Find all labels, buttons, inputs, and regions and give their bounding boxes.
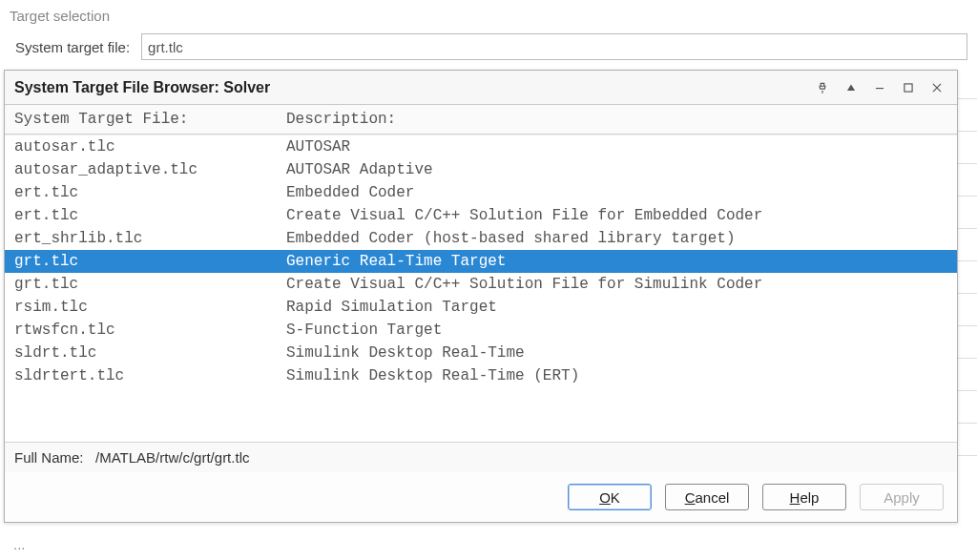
list-item-file: grt.tlc [14, 251, 286, 272]
list-item-description: Simulink Desktop Real-Time [286, 342, 947, 363]
list-item[interactable]: ert.tlcCreate Visual C/C++ Solution File… [5, 204, 957, 227]
fullname-label: Full Name: [14, 449, 84, 466]
svg-rect-1 [904, 83, 912, 91]
list-item-description: Embedded Coder [286, 182, 947, 203]
triangle-up-icon[interactable] [841, 77, 862, 98]
list-item-file: autosar_adaptive.tlc [14, 159, 286, 180]
list-item-file: ert_shrlib.tlc [14, 228, 286, 249]
list-item-file: autosar.tlc [14, 136, 286, 157]
list-item[interactable]: sldrtert.tlcSimulink Desktop Real-Time (… [5, 364, 957, 387]
column-header: System Target File: Description: [5, 105, 957, 135]
ok-button[interactable]: OK [568, 484, 652, 510]
column-file-header: System Target File: [14, 111, 286, 128]
target-file-row: System target file: [10, 33, 967, 60]
list-item[interactable]: grt.tlcCreate Visual C/C++ Solution File… [5, 273, 957, 296]
section-title: Target selection [10, 8, 967, 24]
list-item[interactable]: autosar.tlcAUTOSAR [5, 135, 957, 158]
list-item-file: sldrtert.tlc [14, 365, 286, 386]
target-file-list[interactable]: autosar.tlcAUTOSARautosar_adaptive.tlcAU… [5, 135, 957, 442]
minimize-icon[interactable] [869, 77, 890, 98]
list-item-file: grt.tlc [14, 274, 286, 295]
list-item[interactable]: rsim.tlcRapid Simulation Target [5, 296, 957, 319]
list-item-description: AUTOSAR [286, 136, 947, 157]
list-item-file: ert.tlc [14, 205, 286, 226]
list-item[interactable]: ert_shrlib.tlcEmbedded Coder (host-based… [5, 227, 957, 250]
list-item[interactable]: grt.tlcGeneric Real-Time Target [5, 250, 957, 273]
target-file-browser-dialog: System Target File Browser: Solver Syste… [4, 70, 958, 523]
target-file-label: System target file: [10, 39, 130, 55]
background-decorative-lines [958, 67, 977, 456]
list-item-file: rtwsfcn.tlc [14, 320, 286, 341]
cancel-button[interactable]: Cancel [665, 484, 749, 510]
dialog-titlebar: System Target File Browser: Solver [5, 71, 957, 105]
dialog-button-row: OK Cancel Help Apply [5, 472, 957, 522]
target-file-input[interactable] [141, 33, 967, 60]
list-item-description: Create Visual C/C++ Solution File for Si… [286, 274, 947, 295]
help-button[interactable]: Help [762, 484, 846, 510]
list-item[interactable]: sldrt.tlcSimulink Desktop Real-Time [5, 342, 957, 364]
list-item-description: Create Visual C/C++ Solution File for Em… [286, 205, 947, 226]
ellipsis-text: ... [13, 536, 26, 552]
pin-icon[interactable] [812, 77, 833, 98]
list-item-file: rsim.tlc [14, 297, 286, 318]
list-item-description: S-Function Target [286, 320, 947, 341]
list-item[interactable]: ert.tlcEmbedded Coder [5, 181, 957, 204]
list-item-description: Rapid Simulation Target [286, 297, 947, 318]
fullname-value: /MATLAB/rtw/c/grt/grt.tlc [95, 449, 249, 466]
column-desc-header: Description: [286, 111, 947, 128]
maximize-icon[interactable] [898, 77, 919, 98]
list-item[interactable]: rtwsfcn.tlcS-Function Target [5, 319, 957, 342]
close-icon[interactable] [926, 77, 947, 98]
apply-button: Apply [860, 484, 944, 510]
list-item-description: AUTOSAR Adaptive [286, 159, 947, 180]
dialog-title: System Target File Browser: Solver [14, 79, 804, 96]
list-item-file: ert.tlc [14, 182, 286, 203]
list-item-description: Generic Real-Time Target [286, 251, 947, 272]
list-item-description: Simulink Desktop Real-Time (ERT) [286, 365, 947, 386]
fullname-row: Full Name: /MATLAB/rtw/c/grt/grt.tlc [5, 442, 957, 472]
list-item-file: sldrt.tlc [14, 342, 286, 363]
list-item-description: Embedded Coder (host-based shared librar… [286, 228, 947, 249]
list-item[interactable]: autosar_adaptive.tlcAUTOSAR Adaptive [5, 158, 957, 181]
